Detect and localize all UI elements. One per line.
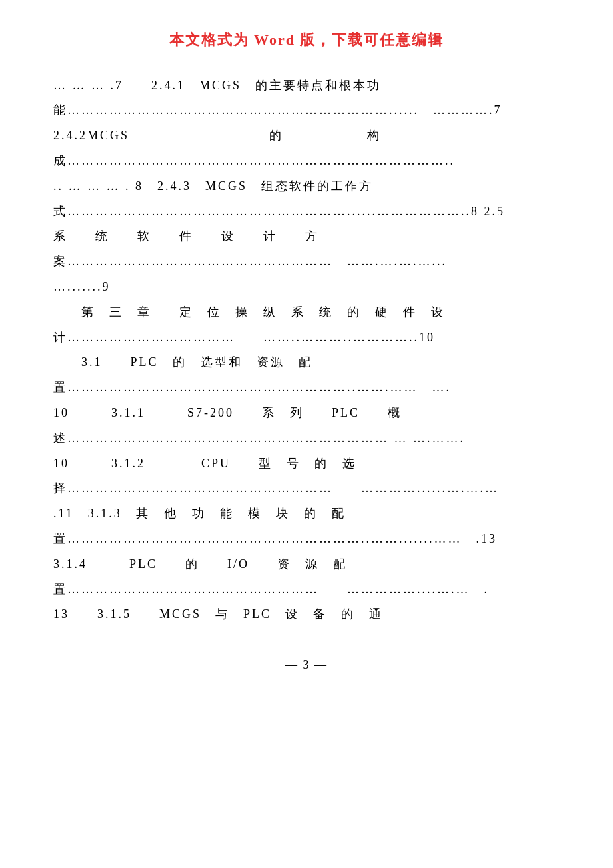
line-5: .. … … … . 8 2.4.3 MCGS 组态软件的工作方 xyxy=(53,174,560,199)
line-16: 10 3.1.2 CPU 型 号 的 选 xyxy=(53,451,560,477)
line-22: 13 3.1.5 MCGS 与 PLC 设 备 的 通 xyxy=(53,602,560,627)
line-19: 置………………………………………………………..…….......…… .13 xyxy=(53,527,560,552)
line-20: 3.1.4 PLC 的 I/O 资 源 配 xyxy=(53,552,560,577)
line-21: 置……………………………………………… ……………....….… . xyxy=(53,577,560,603)
line-2: 能……………………………………………………………...... ………….7 xyxy=(53,98,560,123)
line-6: 式……………………………………………………......………………..8 2.5 xyxy=(53,199,560,225)
line-11: 计……………………………… ……..………..…………..10 xyxy=(53,325,560,351)
page-footer: — 3 — xyxy=(53,654,560,675)
line-10: 第 三 章 定 位 操 纵 系 统 的 硬 件 设 xyxy=(53,300,560,325)
line-1: … … … .7 2.4.1 MCGS 的主要特点和根本功 xyxy=(53,73,560,99)
line-4: 成……………………………………………………………………….. xyxy=(53,149,560,174)
line-9: ….......9 xyxy=(53,275,560,300)
page-number: — 3 — xyxy=(285,658,328,671)
page-title: 本文格式为 Word 版，下载可任意编辑 xyxy=(53,27,560,53)
line-13: 置……………………………………………………..…….…… …. xyxy=(53,375,560,401)
line-15: 述…………………………………………………………… … ….……. xyxy=(53,426,560,451)
line-17: 择………………………………………………… …………......….….… xyxy=(53,476,560,501)
line-12: 3.1 PLC 的 选型和 资源 配 xyxy=(53,350,560,375)
line-8: 案………………………………………………… …….….….…... xyxy=(53,249,560,275)
line-18: .11 3.1.3 其 他 功 能 模 块 的 配 xyxy=(53,501,560,527)
line-7: 系 统 软 件 设 计 方 xyxy=(53,224,560,249)
line-3: 2.4.2MCGS 的 构 xyxy=(53,123,560,149)
main-content: … … … .7 2.4.1 MCGS 的主要特点和根本功 能………………………… xyxy=(53,73,560,628)
line-14: 10 3.1.1 S7-200 系 列 PLC 概 xyxy=(53,401,560,426)
